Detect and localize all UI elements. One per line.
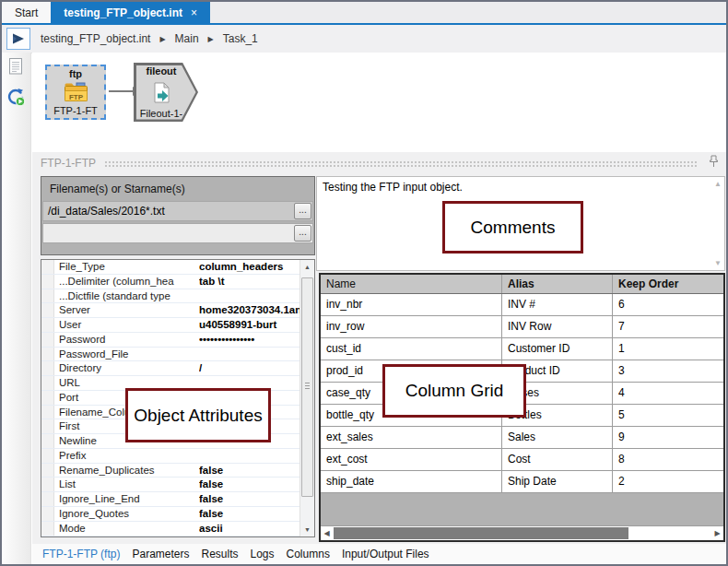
refresh-button[interactable]	[6, 88, 26, 111]
attribute-value[interactable]	[199, 289, 299, 303]
scroll-up-icon[interactable]: ▲	[714, 180, 722, 188]
attribute-row[interactable]: Prefix	[41, 449, 299, 464]
node-ftp[interactable]: ftp FTP FTP-1-FT	[45, 65, 106, 120]
tab-start[interactable]: Start	[2, 2, 51, 23]
attribute-value[interactable]: false	[199, 507, 299, 521]
cell-alias[interactable]: Customer ID	[502, 338, 613, 360]
attribute-row[interactable]: Password_File	[41, 348, 299, 362]
scroll-up-icon[interactable]: ▲	[300, 260, 314, 274]
scroll-down-icon[interactable]: ▼	[300, 523, 314, 537]
attribute-value[interactable]	[199, 449, 299, 463]
breadcrumb-item-main[interactable]: Main	[175, 32, 199, 45]
run-button[interactable]	[6, 28, 30, 50]
cell-keep-order[interactable]: 9	[613, 427, 723, 448]
table-row[interactable]: inv_nbrINV #6	[321, 294, 723, 316]
vertical-scrollbar[interactable]: ▲ ▼	[299, 260, 314, 537]
attribute-label: Server	[54, 303, 199, 317]
fileout-icon	[153, 82, 170, 103]
scrollbar-thumb[interactable]	[301, 277, 313, 497]
cell-name[interactable]: cust_id	[321, 338, 502, 360]
cell-alias[interactable]: Sales	[502, 427, 613, 448]
flow-canvas[interactable]: ftp FTP FTP-1-FT fileout Fileou	[32, 53, 726, 152]
cell-name[interactable]: inv_row	[321, 316, 502, 337]
notes-button[interactable]	[8, 57, 24, 79]
cell-keep-order[interactable]: 1	[613, 338, 723, 360]
table-row[interactable]: ext_costCost8	[321, 449, 723, 471]
filename-value[interactable]: /di_data/Sales/2016*.txt	[48, 205, 165, 218]
table-row[interactable]: ship_dateShip Date2	[321, 471, 723, 493]
header-cell-name[interactable]: Name	[321, 275, 502, 293]
row-gutter	[41, 434, 54, 448]
scroll-down-icon[interactable]: ▼	[714, 259, 722, 267]
attribute-label: Ignore_Quotes	[54, 507, 199, 521]
bottom-tab-ftp[interactable]: FTP-1-FTP (ftp)	[42, 548, 120, 560]
attribute-value[interactable]: false	[199, 464, 299, 478]
row-gutter	[41, 507, 54, 521]
attribute-row[interactable]: Serverhome320373034.1and1-	[41, 303, 299, 318]
cell-name[interactable]: ext_cost	[321, 449, 502, 470]
chevron-right-icon: ▶	[159, 35, 165, 43]
attribute-value[interactable]: false	[199, 478, 299, 491]
cell-name[interactable]: inv_nbr	[321, 294, 502, 315]
attribute-value[interactable]: home320373034.1and1-	[199, 303, 299, 317]
close-icon[interactable]: ×	[191, 7, 197, 18]
row-gutter	[41, 492, 54, 506]
attribute-value[interactable]: u40558991-burt	[199, 318, 299, 332]
cell-alias[interactable]: INV #	[502, 294, 613, 315]
bottom-tab-logs[interactable]: Logs	[251, 548, 275, 560]
cell-keep-order[interactable]: 6	[613, 294, 723, 315]
cell-keep-order[interactable]: 8	[613, 449, 723, 470]
tab-testing-ftp-object[interactable]: testing_FTP_object.int ×	[51, 2, 210, 23]
attribute-value[interactable]: false	[199, 492, 299, 506]
attribute-value[interactable]: /	[199, 361, 299, 375]
horizontal-scrollbar[interactable]: ◀ ▶	[321, 525, 723, 540]
attribute-value[interactable]: •••••••••••••••	[199, 333, 299, 347]
scroll-right-icon[interactable]: ▶	[711, 526, 723, 540]
attribute-row[interactable]: File_Typecolumn_headers	[41, 260, 299, 275]
panel-title: FTP-1-FTP	[41, 157, 96, 170]
bottom-tab-parameters[interactable]: Parameters	[132, 548, 189, 560]
table-row[interactable]: cust_idCustomer ID1	[321, 338, 723, 360]
attribute-row[interactable]: Directory/	[41, 361, 299, 376]
cell-name[interactable]: ext_sales	[321, 427, 502, 448]
attribute-row[interactable]: Rename_Duplicatesfalse	[41, 464, 299, 478]
browse-button[interactable]: ...	[294, 225, 311, 242]
attribute-row[interactable]: Ignore_Quotesfalse	[41, 507, 299, 522]
breadcrumb-item-task[interactable]: Task_1	[223, 32, 258, 45]
scroll-left-icon[interactable]: ◀	[321, 526, 333, 540]
attribute-row[interactable]: Ignore_Line_Endfalse	[41, 492, 299, 507]
attribute-row[interactable]: Password•••••••••••••••	[41, 333, 299, 348]
node-fileout[interactable]: fileout Fileout-1-	[134, 63, 198, 122]
table-row[interactable]: ext_salesSales9	[321, 427, 723, 449]
breadcrumb-item-file[interactable]: testing_FTP_object.int	[41, 32, 150, 45]
cell-keep-order[interactable]: 3	[613, 360, 723, 382]
cell-alias[interactable]: Ship Date	[502, 471, 613, 492]
attribute-row[interactable]: Useru40558991-burt	[41, 318, 299, 333]
browse-button[interactable]: ...	[294, 203, 311, 219]
attribute-value[interactable]: ascii	[199, 522, 299, 536]
attribute-row[interactable]: Modeascii	[41, 522, 299, 537]
filename-row[interactable]: /di_data/Sales/2016*.txt ...	[42, 201, 313, 221]
cell-keep-order[interactable]: 5	[613, 405, 723, 426]
attribute-value[interactable]: tab \t	[199, 275, 299, 289]
attribute-value[interactable]: column_headers	[199, 260, 299, 274]
attribute-row[interactable]: Listfalse	[41, 478, 299, 492]
cell-name[interactable]: ship_date	[321, 471, 502, 492]
scrollbar-thumb[interactable]	[334, 527, 628, 539]
cell-alias[interactable]: INV Row	[502, 316, 613, 337]
bottom-tab-results[interactable]: Results	[201, 548, 238, 560]
pin-button[interactable]	[709, 155, 719, 171]
bottom-tab-columns[interactable]: Columns	[287, 548, 330, 560]
header-cell-keep-order[interactable]: Keep Order	[613, 275, 723, 293]
filename-row[interactable]: ...	[42, 223, 313, 243]
attribute-row[interactable]: ...Dictfile (standard type	[41, 289, 299, 304]
attribute-row[interactable]: ...Delimiter (column_heatab \t	[41, 275, 299, 289]
attribute-value[interactable]	[199, 348, 299, 361]
header-cell-alias[interactable]: Alias	[502, 275, 613, 293]
table-row[interactable]: inv_rowINV Row7	[321, 316, 723, 338]
cell-alias[interactable]: Cost	[502, 449, 613, 470]
cell-keep-order[interactable]: 7	[613, 316, 723, 337]
cell-keep-order[interactable]: 4	[613, 383, 723, 404]
cell-keep-order[interactable]: 2	[613, 471, 723, 492]
bottom-tab-input-output-files[interactable]: Input/Output Files	[342, 548, 429, 560]
